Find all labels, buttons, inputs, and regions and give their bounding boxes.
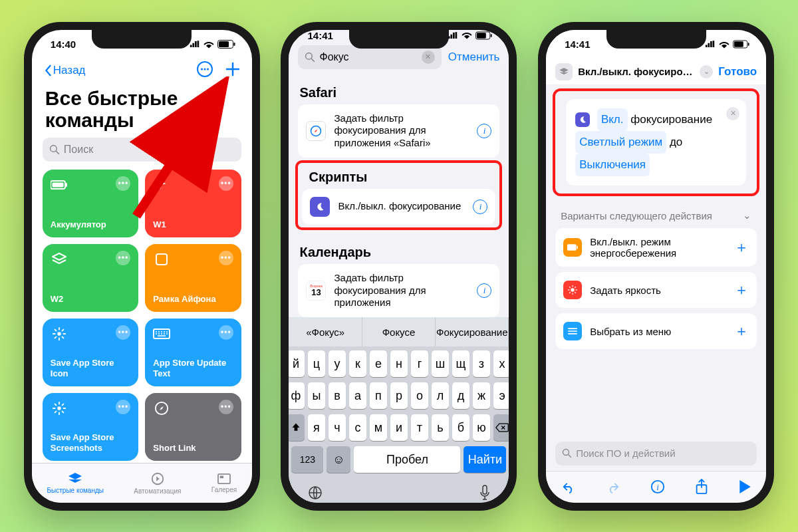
key-л[interactable]: л: [432, 382, 449, 409]
space-key[interactable]: Пробел: [354, 446, 460, 473]
tile-more-icon[interactable]: •••: [116, 251, 130, 265]
list-scripts: Вкл./выкл. фокусирование i: [302, 189, 495, 225]
key-ч[interactable]: ч: [329, 414, 346, 441]
info-icon[interactable]: i: [477, 124, 491, 138]
tile-more-icon[interactable]: •••: [219, 251, 233, 265]
run-button[interactable]: [738, 479, 751, 494]
clear-icon[interactable]: ✕: [422, 51, 435, 64]
tab-automation[interactable]: Автоматизация: [134, 471, 181, 495]
info-icon[interactable]: i: [477, 283, 491, 298]
info-icon[interactable]: i: [473, 200, 487, 214]
key-х[interactable]: х: [493, 350, 509, 377]
tile-more-icon[interactable]: •••: [219, 176, 233, 191]
tile-more-icon[interactable]: •••: [116, 400, 130, 414]
key-б[interactable]: б: [452, 414, 469, 441]
key-ь[interactable]: ь: [432, 414, 449, 441]
key-а[interactable]: а: [349, 382, 366, 409]
find-key[interactable]: Найти: [464, 446, 506, 473]
key-ю[interactable]: ю: [473, 414, 490, 441]
search-field[interactable]: Поиск: [43, 138, 241, 162]
undo-button[interactable]: [561, 480, 576, 493]
done-button[interactable]: Готово: [718, 65, 757, 78]
action-card[interactable]: ✕ Вкл. фокусирование Светлый режим до Вы…: [566, 99, 746, 186]
key-у[interactable]: у: [329, 350, 346, 377]
key-ш[interactable]: ш: [432, 350, 449, 377]
shortcut-icon[interactable]: [555, 63, 573, 80]
key-н[interactable]: н: [390, 350, 408, 377]
tile-shortlink[interactable]: •••Short Link: [145, 393, 241, 461]
remove-action-icon[interactable]: ✕: [726, 107, 739, 120]
key-й[interactable]: й: [289, 350, 305, 377]
tile-save-icon[interactable]: •••Save App Store Icon: [43, 319, 139, 386]
tile-more-icon[interactable]: •••: [219, 325, 233, 340]
search-input[interactable]: Фокус ✕: [298, 45, 441, 69]
key-э[interactable]: э: [493, 382, 509, 409]
suggestion-menu[interactable]: Выбрать из меню ＋: [555, 313, 757, 349]
key-п[interactable]: п: [370, 382, 387, 409]
key-е[interactable]: е: [370, 350, 387, 377]
123-key[interactable]: 123: [291, 446, 323, 473]
editor-title[interactable]: Вкл./выкл. фокусирован…: [578, 66, 694, 77]
key-ж[interactable]: ж: [473, 382, 490, 409]
tile-screenshots[interactable]: •••Save App Store Screenshots: [43, 393, 139, 461]
suggestion-brightness[interactable]: Задать яркость ＋: [555, 272, 757, 308]
tile-more-icon[interactable]: •••: [116, 325, 130, 340]
key-щ[interactable]: щ: [452, 350, 469, 377]
key-ф[interactable]: ф: [289, 382, 305, 409]
tile-w1[interactable]: •••W1: [145, 170, 241, 237]
more-button[interactable]: [196, 61, 213, 80]
suggestion[interactable]: «Фокус»: [289, 317, 362, 346]
row-calendar-filter[interactable]: Вторник 13 Задать фильтр фокусирования д…: [298, 264, 499, 317]
key-row: йцукенгшщзх: [291, 350, 506, 377]
suggestion[interactable]: Фокусирование: [436, 317, 509, 346]
key-и[interactable]: и: [390, 414, 408, 441]
key-р[interactable]: р: [390, 382, 408, 409]
row-toggle-focus[interactable]: Вкл./выкл. фокусирование i: [302, 189, 495, 225]
chevron-down-icon[interactable]: ⌄: [700, 65, 713, 78]
key-ы[interactable]: ы: [308, 382, 325, 409]
svg-point-6: [207, 68, 209, 70]
tile-update-text[interactable]: •••App Store Update Text: [145, 319, 241, 386]
suggestion-lowpower[interactable]: Вкл./выкл. режим энергосбережения ＋: [555, 228, 757, 267]
key-г[interactable]: г: [411, 350, 428, 377]
tab-gallery[interactable]: Галерея: [211, 473, 237, 493]
key-д[interactable]: д: [452, 382, 469, 409]
key-з[interactable]: з: [473, 350, 490, 377]
suggestion[interactable]: Фокусе: [362, 317, 436, 346]
token-mode[interactable]: Светлый режим: [575, 131, 666, 154]
plus-icon[interactable]: ＋: [734, 237, 749, 257]
key-о[interactable]: о: [411, 382, 428, 409]
tab-shortcuts[interactable]: Быстрые команды: [47, 472, 104, 494]
row-safari-filter[interactable]: Задать фильтр фокусирования для приложен…: [298, 104, 499, 158]
tile-battery[interactable]: •••Аккумулятор: [43, 170, 139, 237]
tile-more-icon[interactable]: •••: [116, 176, 130, 191]
key-ц[interactable]: ц: [308, 350, 325, 377]
token-on[interactable]: Вкл.: [597, 108, 628, 131]
tile-more-icon[interactable]: •••: [219, 400, 233, 414]
key-т[interactable]: т: [411, 414, 428, 441]
plus-icon[interactable]: ＋: [734, 321, 749, 341]
backspace-key[interactable]: [493, 414, 509, 441]
key-в[interactable]: в: [329, 382, 346, 409]
tile-w2[interactable]: •••W2: [43, 244, 139, 312]
cancel-button[interactable]: Отменить: [448, 51, 500, 64]
key-с[interactable]: с: [349, 414, 366, 441]
add-button[interactable]: [225, 62, 240, 79]
share-button[interactable]: [695, 479, 708, 495]
plus-icon[interactable]: ＋: [734, 280, 749, 300]
suggestions-header[interactable]: Варианты следующего действия ⌄: [546, 200, 766, 225]
info-button[interactable]: i: [650, 479, 665, 494]
emoji-key[interactable]: ☺: [327, 446, 350, 473]
key-я[interactable]: я: [308, 414, 325, 441]
key-м[interactable]: м: [370, 414, 387, 441]
key-к[interactable]: к: [349, 350, 366, 377]
action-search[interactable]: Поиск ПО и действий: [555, 442, 757, 466]
shift-key[interactable]: [289, 414, 305, 441]
back-button[interactable]: Назад: [44, 64, 86, 77]
token-off[interactable]: Выключения: [575, 154, 650, 176]
globe-icon[interactable]: [307, 485, 323, 503]
tile-label: App Store Update Text: [153, 358, 233, 380]
tile-frame[interactable]: •••Рамка Айфона: [145, 244, 241, 312]
redo-button[interactable]: [606, 480, 620, 493]
mic-icon[interactable]: [479, 485, 490, 503]
